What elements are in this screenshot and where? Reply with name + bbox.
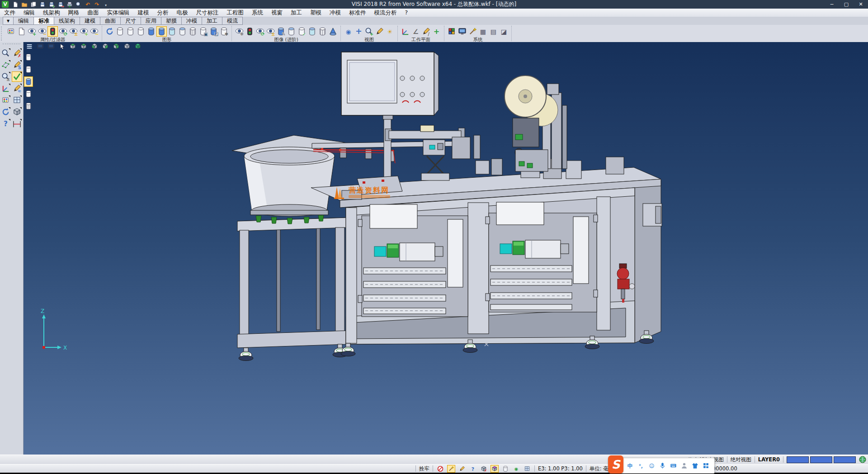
system-tools-icon[interactable] — [467, 26, 478, 37]
menu-item-编辑[interactable]: 编辑 — [19, 9, 39, 17]
menu-item-分析[interactable]: 分析 — [153, 9, 173, 17]
spline-edit-icon[interactable]: S — [12, 60, 22, 70]
menu-item-电极[interactable]: 电极 — [173, 9, 192, 17]
attribute-page-icon[interactable] — [16, 26, 27, 37]
absolute-view-label[interactable]: 绝对视图 — [731, 456, 751, 463]
3d-viewport[interactable]: Z X 营造资料网 — [24, 42, 868, 455]
screen-display-icon[interactable] — [35, 42, 45, 51]
export-icon[interactable]: → — [57, 0, 65, 9]
menu-item-线架构[interactable]: 线架构 — [39, 9, 64, 17]
zoom-highlight-icon[interactable] — [0, 48, 11, 58]
attribute-paint-icon[interactable] — [6, 26, 16, 37]
active-layer-label[interactable]: LAYER0 — [758, 456, 780, 463]
pan-view-icon[interactable]: + — [354, 26, 364, 37]
hiddenline-display-icon[interactable] — [125, 26, 136, 37]
ime-emoji-icon[interactable]: ☺ — [647, 461, 656, 470]
toolbar-tab-编辑[interactable]: 编辑 — [13, 17, 34, 25]
workplane-axes-icon[interactable] — [400, 26, 410, 37]
dropdown-arrow-icon[interactable] — [9, 119, 10, 121]
orbit-view-icon[interactable]: ◉ — [343, 26, 354, 37]
ime-toolbox-icon[interactable] — [702, 461, 710, 470]
view-cube-top-icon[interactable] — [111, 42, 121, 51]
menu-item-尺寸标注[interactable]: 尺寸标注 — [192, 9, 223, 17]
curve-edit-icon[interactable]: ≈ — [12, 83, 22, 94]
move-axes-icon[interactable] — [0, 83, 11, 94]
toolbar-tab-线架构[interactable]: 线架构 — [54, 17, 80, 25]
menu-item-?[interactable]: ? — [401, 9, 412, 17]
globe-status-icon[interactable] — [859, 456, 866, 463]
translucent-icon[interactable] — [307, 26, 317, 37]
menu-item-塑模[interactable]: 塑模 — [306, 9, 326, 17]
display-hidden-icon[interactable] — [24, 64, 33, 75]
copy-display-icon[interactable]: ❏ — [208, 26, 219, 37]
close-button[interactable]: ✕ — [854, 0, 868, 9]
split-window-icon[interactable] — [523, 465, 531, 473]
menu-item-文件[interactable]: 文件 — [0, 9, 19, 17]
bowl-feeder[interactable] — [232, 135, 345, 224]
menu-item-建模[interactable]: 建模 — [134, 9, 153, 17]
dropdown-arrow-icon[interactable] — [20, 107, 22, 109]
cabinet-right-door[interactable] — [489, 202, 597, 312]
ime-mic-icon[interactable] — [658, 461, 667, 470]
refresh-visibility-icon[interactable]: ⟳ — [58, 26, 68, 37]
edit-shading-icon[interactable]: ✎ — [276, 26, 286, 37]
hide-entities-icon[interactable]: − — [37, 26, 47, 37]
menu-item-视窗[interactable]: 视窗 — [267, 9, 287, 17]
dropdown-arrow-icon[interactable] — [20, 60, 22, 62]
help-question-icon[interactable]: ? — [0, 118, 11, 129]
hide-all-icon[interactable]: − — [89, 26, 99, 37]
toolbar-tab-建模[interactable]: 建模 — [80, 17, 100, 25]
toggle-visibility-icon[interactable]: ± — [68, 26, 79, 37]
system-shade-icon[interactable]: ◪ — [499, 26, 509, 37]
shaded-display-icon[interactable] — [146, 26, 156, 37]
cone-display-icon[interactable] — [328, 26, 338, 37]
window-layout-icon[interactable] — [12, 95, 22, 105]
dropdown-arrow-icon[interactable] — [20, 95, 22, 97]
show-entities-icon[interactable]: + — [27, 26, 37, 37]
advanced-toggle-icon[interactable]: ± — [265, 26, 276, 37]
system-grid-icon[interactable]: ▦ — [478, 26, 488, 37]
workplane-angle-icon[interactable]: ∠ — [410, 26, 421, 37]
display-settings-icon[interactable]: ✱ — [219, 26, 229, 37]
verify-display-icon[interactable]: ✓ — [297, 26, 307, 37]
view-cube-iso-icon[interactable] — [133, 42, 143, 51]
wire-overlay-icon[interactable] — [317, 26, 328, 37]
wireframe-display-icon[interactable] — [115, 26, 125, 37]
visi-logo-icon[interactable]: V — [2, 1, 9, 8]
advanced-visual-icon[interactable]: ✱ — [234, 26, 245, 37]
dropdown-arrow-icon[interactable] — [9, 72, 10, 74]
ghost-display-icon[interactable] — [286, 26, 297, 37]
menu-item-模流分析[interactable]: 模流分析 — [370, 9, 401, 17]
undo-icon[interactable]: ↶ — [84, 0, 92, 9]
dropdown-arrow-icon[interactable] — [9, 107, 10, 109]
minimize-button[interactable]: ─ — [825, 0, 839, 9]
view-cube-bottom-icon[interactable] — [122, 42, 132, 51]
print-icon[interactable] — [66, 0, 74, 9]
advanced-refresh-icon[interactable]: ⟳ — [255, 26, 265, 37]
toolbar-tab-曲面[interactable]: 曲面 — [100, 17, 121, 25]
dropdown-arrow-icon[interactable] — [9, 84, 10, 85]
zoom-solids-icon[interactable]: ± — [0, 71, 11, 82]
ime-lang-icon[interactable]: 中 — [626, 461, 634, 470]
world-snap-icon[interactable]: ◉ — [512, 465, 520, 473]
regen-display-icon[interactable] — [104, 26, 115, 37]
open-file-icon[interactable] — [20, 0, 28, 9]
ime-skin-icon[interactable] — [691, 461, 699, 470]
cabinet-left-door[interactable] — [362, 204, 468, 317]
solid-off-icon[interactable]: ✗ — [480, 465, 488, 473]
menu-item-标准件[interactable]: 标准件 — [345, 9, 370, 17]
maximize-button[interactable]: ▢ — [839, 0, 854, 9]
dropdown-arrow-icon[interactable] — [9, 48, 10, 50]
section-display-icon[interactable]: ▣ — [198, 26, 208, 37]
context-help-icon[interactable]: ? — [469, 465, 477, 473]
screen-alt-icon[interactable] — [46, 42, 56, 51]
view-cube-sw-icon[interactable] — [68, 42, 78, 51]
view-cube-se-icon[interactable] — [79, 42, 89, 51]
menu-item-曲面[interactable]: 曲面 — [84, 9, 103, 17]
view-cube-ne-icon[interactable] — [90, 42, 99, 51]
toolbar-tab-冲模[interactable]: 冲模 — [181, 17, 202, 25]
menu-item-网格[interactable]: 网格 — [64, 9, 84, 17]
transparent-display-icon[interactable] — [167, 26, 177, 37]
attributes-palette-icon[interactable] — [0, 95, 11, 105]
display-mesh-icon[interactable] — [24, 101, 33, 111]
